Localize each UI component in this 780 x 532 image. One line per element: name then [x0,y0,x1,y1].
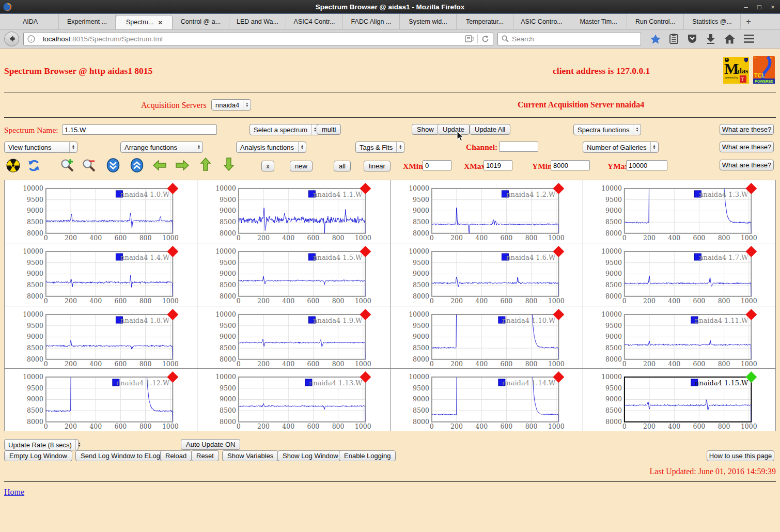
svg-text:0: 0 [622,359,627,367]
empty-log-window-button[interactable]: Empty Log Window [4,450,72,461]
spectrum-cell-nnaida4-1.7.W[interactable]: nnaida4 1.7.W 80008500900095001000002004… [583,243,775,306]
tab-run-control[interactable]: Run Control... [627,14,684,29]
svg-text:0: 0 [429,234,433,242]
auto-update-button[interactable]: Auto Update ON [181,439,240,450]
arrange-functions-dropdown[interactable]: Arrange functions▲▼ [120,142,203,153]
reader-mode-icon[interactable] [465,35,474,42]
tags-fits-dropdown[interactable]: Tags & Fits▲▼ [355,142,404,153]
arrow-up-icon[interactable] [199,157,212,173]
spectrum-cell-nnaida4-1.3.W[interactable]: nnaida4 1.3.W 80008500900095001000002004… [583,180,775,243]
bookmark-star-icon[interactable] [650,34,661,44]
expand-y-icon[interactable] [130,158,144,174]
tab-asic4-contr[interactable]: ASIC4 Contr... [286,14,343,29]
zoom-in-icon[interactable] [60,158,74,174]
reload-icon[interactable] [481,35,489,43]
page-info-icon[interactable]: i [27,35,35,43]
spectrum-cell-nnaida4-1.5.W[interactable]: nnaida4 1.5.W 80008500900095001000002004… [197,243,389,306]
new-button[interactable]: new [290,161,313,171]
spectrum-cell-nnaida4-1.9.W[interactable]: nnaida4 1.9.W 80008500900095001000002004… [197,306,389,369]
arrow-down-icon[interactable] [223,157,235,173]
enable-logging-button[interactable]: Enable Logging [339,450,396,461]
analysis-functions-dropdown[interactable]: Analysis functions▲▼ [236,142,306,153]
update-rate-dropdown[interactable]: Update Rate (8 secs)▲▼ [4,439,79,450]
url-bar[interactable]: i localhost:8015/Spectrum/Spectrum.tml [23,32,493,46]
show-button[interactable]: Show [412,124,439,135]
tab-led-and-wa[interactable]: LED and Wa... [229,14,286,29]
svg-text:400: 400 [283,423,295,430]
reset-button[interactable]: Reset [191,450,219,461]
svg-text:600: 600 [693,359,705,367]
refresh-icon[interactable] [27,159,41,174]
close-button[interactable]: × [769,3,777,11]
tab-temperatur[interactable]: Temperatur... [457,14,513,29]
number-of-galleries-dropdown[interactable]: Number of Galleries▲▼ [583,142,659,153]
spectrum-cell-nnaida4-1.14.W[interactable]: nnaida4 1.14.W 8000850090009500100000200… [391,369,583,431]
how-to-use-button[interactable]: How to use this page [707,450,774,461]
download-icon[interactable] [706,34,715,44]
svg-text:600: 600 [114,423,127,430]
select-spectrum-dropdown[interactable]: Select a spectrum▲▼ [249,124,319,135]
minimize-button[interactable]: – [742,3,750,11]
reload-button[interactable]: Reload [160,450,192,461]
tab-spectru[interactable]: Spectru...× [116,15,173,29]
home-link[interactable]: Home [4,488,24,497]
tab-statistics[interactable]: Statistics @... [684,14,741,29]
tab-experiment[interactable]: Experiment ... [59,14,116,29]
tab-system-wid[interactable]: System wid... [400,14,457,29]
spectrum-cell-nnaida4-1.10.W[interactable]: nnaida4 1.10.W 8000850090009500100000200… [391,306,583,369]
show-log-window-button[interactable]: Show Log Window [277,450,344,461]
spectrum-cell-nnaida4-1.15.W[interactable]: nnaida4 1.15.W 8000850090009500100000200… [583,369,775,431]
new-tab-button[interactable]: + [741,14,756,29]
zoom-out-icon[interactable] [82,158,96,174]
svg-text:800: 800 [332,359,345,367]
xmax-input[interactable] [483,160,512,170]
all-button[interactable]: all [334,161,351,171]
tab-fadc-align[interactable]: FADC Align ... [343,14,400,29]
arrow-left-icon[interactable] [152,159,167,173]
collapse-y-icon[interactable] [106,158,120,174]
x-button[interactable]: x [261,161,274,171]
search-input[interactable]: Search [497,32,641,46]
radiation-icon[interactable] [6,159,20,174]
acquisition-server-select[interactable]: nnaida4▲▼ [211,99,251,111]
xmin-input[interactable] [423,160,451,170]
spectrum-cell-nnaida4-1.8.W[interactable]: nnaida4 1.8.W 80008500900095001000002004… [5,306,197,369]
spectrum-cell-nnaida4-1.11.W[interactable]: nnaida4 1.11.W 8000850090009500100000200… [583,306,775,369]
bookmarks-menu-icon[interactable] [669,34,678,44]
what-are-these-button-1[interactable]: What are these? [720,124,774,135]
spectrum-cell-nnaida4-1.2.W[interactable]: nnaida4 1.2.W 80008500900095001000002004… [391,180,583,243]
tab-asic-contro[interactable]: ASIC Contro... [513,14,570,29]
tab-aida[interactable]: AIDA [2,14,59,29]
what-are-these-button-3[interactable]: What are these? [720,160,774,170]
update-all-button[interactable]: Update All [470,124,510,135]
maximize-button[interactable]: □ [755,3,763,11]
pocket-icon[interactable] [687,34,697,44]
svg-text:400: 400 [89,234,102,242]
back-button[interactable] [4,32,19,46]
what-are-these-button-2[interactable]: What are these? [720,142,774,152]
show-variables-button[interactable]: Show Variables [222,450,278,461]
spectrum-cell-nnaida4-1.4.W[interactable]: nnaida4 1.4.W 80008500900095001000002004… [5,243,197,306]
home-icon[interactable] [724,34,735,44]
spectrum-name-input[interactable] [62,124,217,135]
arrow-right-icon[interactable] [175,159,190,173]
ymax-input[interactable] [626,160,667,170]
svg-text:10000: 10000 [23,373,43,381]
send-log-to-elog-button[interactable]: Send Log Window to ELog [75,450,165,461]
spectrum-cell-nnaida4-1.13.W[interactable]: nnaida4 1.13.W 8000850090009500100000200… [197,369,389,431]
linear-button[interactable]: linear [364,161,391,171]
spectrum-cell-nnaida4-1.12.W[interactable]: nnaida4 1.12.W 8000850090009500100000200… [5,369,197,431]
multi-button[interactable]: multi [317,124,341,135]
xmin-label: XMin [403,162,423,171]
view-functions-dropdown[interactable]: View functions▲▼ [4,142,77,153]
spectrum-cell-nnaida4-1.1.W[interactable]: nnaida4 1.1.W 80008500900095001000002004… [197,180,389,243]
menu-icon[interactable] [744,35,754,43]
tab-master-tim[interactable]: Master Tim... [570,14,627,29]
spectrum-cell-nnaida4-1.6.W[interactable]: nnaida4 1.6.W 80008500900095001000002004… [391,243,583,306]
spectra-functions-dropdown[interactable]: Spectra functions▲▼ [573,124,641,135]
channel-input[interactable] [499,142,538,152]
spectrum-cell-nnaida4-1.0.W[interactable]: nnaida4 1.0.W 80008500900095001000002004… [5,180,197,243]
tab-close-icon[interactable]: × [158,19,162,26]
ymin-input[interactable] [551,160,590,170]
tab-control-a[interactable]: Control @ a... [173,14,229,29]
